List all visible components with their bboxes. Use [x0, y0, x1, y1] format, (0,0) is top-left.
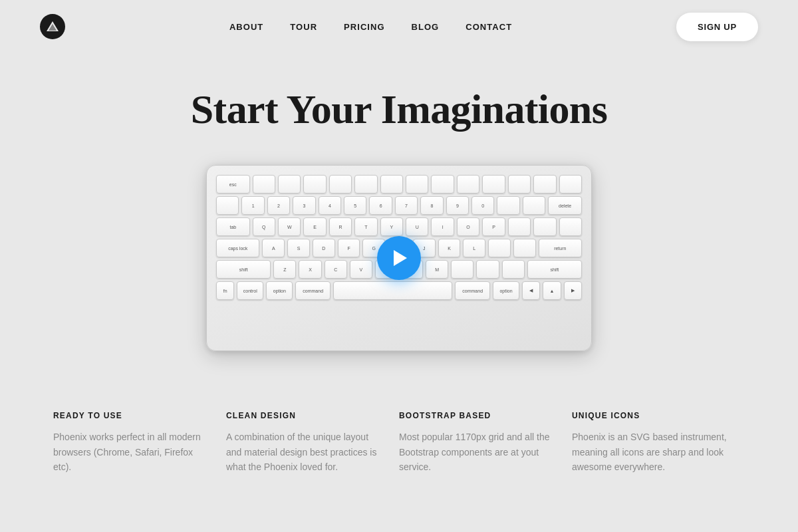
key-y: Y: [380, 217, 403, 236]
key-8: 8: [420, 196, 443, 215]
key-4: 4: [319, 196, 341, 215]
key-row-qwerty: tab Q W E R T Y U I O P: [216, 217, 582, 236]
video-section: esc 1: [0, 152, 798, 384]
key-semicolon: [488, 239, 511, 257]
main-nav: ABOUT TOUR PRICING BLOG CONTACT: [229, 22, 512, 32]
key-tilde: [216, 196, 239, 215]
key-1: 1: [241, 196, 264, 215]
feature-ready: READY TO USE Phoenix works perfect in al…: [53, 411, 226, 474]
key-return: return: [539, 239, 582, 257]
key-row-fn: esc: [216, 175, 582, 194]
key-2: 2: [267, 196, 290, 215]
key-r: R: [329, 217, 352, 236]
key-lshift: shift: [216, 260, 271, 279]
feature-bootstrap-title: BOOTSTRAP BASED: [399, 411, 559, 420]
feature-clean-desc: A combination of the unique layout and m…: [226, 430, 386, 474]
key-s: S: [287, 239, 310, 257]
key-f11: [508, 175, 531, 194]
key-backslash: [559, 217, 582, 236]
key-option-l: option: [266, 281, 293, 300]
nav-blog[interactable]: BLOG: [412, 22, 440, 32]
key-f7: [406, 175, 428, 194]
key-c: C: [325, 260, 347, 279]
nav-tour[interactable]: TOUR: [290, 22, 317, 32]
key-e: E: [303, 217, 326, 236]
key-m: M: [426, 260, 448, 279]
logo[interactable]: [40, 14, 65, 39]
key-minus: [497, 196, 519, 215]
nav-contact[interactable]: CONTACT: [466, 22, 512, 32]
key-f9: [457, 175, 479, 194]
key-esc: esc: [216, 175, 250, 194]
key-0: 0: [471, 196, 494, 215]
key-w: W: [278, 217, 301, 236]
play-icon: [394, 250, 407, 266]
key-right: ▶: [564, 281, 582, 300]
key-f3: [303, 175, 326, 194]
key-f5: [354, 175, 377, 194]
key-f8: [431, 175, 454, 194]
key-period: [476, 260, 499, 279]
key-f: F: [338, 239, 360, 257]
key-f6: [380, 175, 403, 194]
key-capslock: caps lock: [216, 239, 259, 257]
key-6: 6: [369, 196, 392, 215]
key-row-numbers: 1 2 3 4 5 6 7 8 9 0 delete: [216, 196, 582, 215]
key-option-r: option: [493, 281, 519, 300]
key-d: D: [313, 239, 335, 257]
key-quote: [513, 239, 536, 257]
signup-button[interactable]: SIGN UP: [676, 13, 758, 41]
key-k: K: [438, 239, 461, 257]
key-i: I: [431, 217, 454, 236]
key-a: A: [262, 239, 285, 257]
feature-clean-title: CLEAN DESIGN: [226, 411, 386, 420]
key-equals: [523, 196, 545, 215]
key-v: V: [350, 260, 372, 279]
key-f10: [482, 175, 505, 194]
play-button[interactable]: [377, 236, 421, 280]
key-p: P: [482, 217, 505, 236]
hero-title: Start Your Imaginations: [0, 86, 798, 132]
keyboard-video-wrapper: esc 1: [206, 165, 592, 351]
key-ctrl: control: [237, 281, 263, 300]
key-rshift: shift: [527, 260, 582, 279]
key-l: L: [463, 239, 485, 257]
key-t: T: [354, 217, 377, 236]
feature-clean: CLEAN DESIGN A combination of the unique…: [226, 411, 399, 474]
key-rbracket: [533, 217, 556, 236]
key-q: Q: [253, 217, 275, 236]
key-tab: tab: [216, 217, 250, 236]
key-space: [333, 281, 452, 300]
nav-pricing[interactable]: PRICING: [344, 22, 384, 32]
key-row-bottom: fn control option command command option…: [216, 281, 582, 300]
feature-bootstrap-desc: Most popular 1170px grid and all the Boo…: [399, 430, 559, 474]
feature-icons-title: UNIQUE ICONS: [572, 411, 732, 420]
key-fn: fn: [216, 281, 234, 300]
feature-icons-desc: Phoenix is an SVG based instrument, mean…: [572, 430, 732, 474]
feature-ready-desc: Phoenix works perfect in all modern brow…: [53, 430, 213, 474]
key-f2: [278, 175, 301, 194]
key-f1: [253, 175, 275, 194]
key-u: U: [406, 217, 428, 236]
hero-section: Start Your Imaginations: [0, 53, 798, 152]
key-power: [559, 175, 582, 194]
feature-icons: UNIQUE ICONS Phoenix is an SVG based ins…: [572, 411, 745, 474]
nav-about[interactable]: ABOUT: [229, 22, 263, 32]
key-up: ▲: [543, 281, 561, 300]
key-3: 3: [293, 196, 315, 215]
feature-ready-title: READY TO USE: [53, 411, 213, 420]
key-5: 5: [344, 196, 366, 215]
key-comma: [451, 260, 473, 279]
key-lbracket: [508, 217, 531, 236]
logo-icon: [40, 14, 65, 39]
key-delete: delete: [548, 196, 582, 215]
key-o: O: [457, 217, 479, 236]
key-left: ◀: [522, 281, 540, 300]
key-cmd-r: command: [455, 281, 490, 300]
key-cmd-l: command: [295, 281, 331, 300]
key-f4: [329, 175, 352, 194]
key-f12: [533, 175, 556, 194]
feature-bootstrap: BOOTSTRAP BASED Most popular 1170px grid…: [399, 411, 572, 474]
key-x: X: [299, 260, 321, 279]
key-7: 7: [395, 196, 418, 215]
